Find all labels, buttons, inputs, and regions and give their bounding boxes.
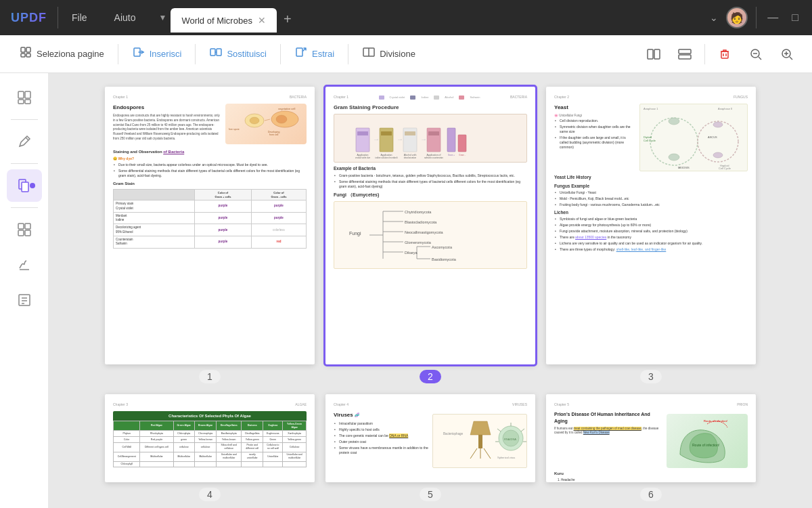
- menu-aiuto[interactable]: Aiuto: [101, 0, 150, 35]
- page-number-4[interactable]: 4: [199, 488, 221, 501]
- sidebar-item-organize[interactable]: [7, 213, 42, 246]
- menu-file[interactable]: File: [58, 0, 101, 35]
- svg-text:Anaphase II: Anaphase II: [718, 107, 732, 110]
- toggle-view-btn2[interactable]: [671, 43, 699, 66]
- add-tab-btn[interactable]: +: [277, 12, 298, 27]
- user-avatar[interactable]: 🧑: [726, 7, 748, 28]
- svg-rect-1: [26, 47, 30, 52]
- svg-rect-26: [18, 100, 24, 104]
- minimize-btn[interactable]: —: [765, 12, 781, 24]
- page-3[interactable]: Chapter 2FUNGUS Anaphase 1 Anaphase II: [546, 87, 756, 364]
- page-6-header: Chapter 5PRION: [554, 402, 748, 407]
- page-number-1[interactable]: 1: [199, 370, 221, 383]
- svg-text:Blastocladiomycota: Blastocladiomycota: [405, 220, 437, 224]
- page-wrapper-6: Chapter 5PRION Route of infection!: [546, 394, 756, 501]
- sidebar-item-pages-wrap: [7, 169, 42, 202]
- sidebar-item-thumbnails[interactable]: [7, 81, 42, 114]
- action-divider: [756, 7, 757, 28]
- svg-rect-2: [21, 54, 25, 57]
- page-2-header: Chapter 1 Crystal violet Iodine Alcohol …: [334, 95, 527, 100]
- svg-rect-69: [458, 135, 466, 152]
- svg-text:→: →: [420, 135, 427, 143]
- svg-rect-3: [26, 54, 30, 57]
- sidebar-item-pages[interactable]: [7, 169, 42, 202]
- page-wrapper-2: Chapter 1 Crystal violet Iodine Alcohol …: [325, 87, 535, 383]
- inserisci-btn[interactable]: Inserisci: [124, 41, 190, 66]
- estrai-label: Estrai: [312, 49, 334, 59]
- app-logo[interactable]: UPDF: [0, 0, 58, 35]
- divider-4: [348, 44, 348, 64]
- page-6[interactable]: Chapter 5PRION Route of infection!: [546, 394, 756, 482]
- svg-rect-10: [648, 49, 653, 59]
- divisione-label: Divisione: [380, 49, 415, 59]
- zoom-out-btn[interactable]: [742, 43, 770, 66]
- svg-rect-33: [18, 230, 24, 236]
- svg-text:safranin counterstain: safranin counterstain: [424, 156, 443, 158]
- sostituisci-btn[interactable]: Sostituisci: [201, 41, 275, 66]
- toolbar: Seleziona pagine Inserisci Sostituisci E…: [0, 35, 812, 73]
- page-5[interactable]: Chapter 4VIRUSES Bacteriopha: [325, 394, 535, 482]
- maximize-btn[interactable]: □: [789, 12, 801, 24]
- page-2[interactable]: Chapter 1 Crystal violet Iodine Alcohol …: [325, 87, 535, 364]
- seleziona-pagine-btn[interactable]: Seleziona pagine: [11, 41, 112, 66]
- svg-rect-24: [18, 91, 24, 98]
- svg-text:vegetative cell: vegetative cell: [278, 107, 295, 110]
- divider-5: [704, 44, 705, 64]
- tab-close-btn[interactable]: ✕: [258, 15, 266, 26]
- svg-rect-55: [381, 131, 392, 135]
- svg-text:Gram -: Gram -: [459, 154, 465, 156]
- svg-rect-12: [679, 49, 691, 54]
- svg-point-44: [250, 117, 259, 124]
- page-row-1: Chapter 1BACTERIA vegetative cell: [62, 87, 798, 383]
- page-3-content: Chapter 2FUNGUS Anaphase 1 Anaphase II: [546, 87, 756, 364]
- page-number-3[interactable]: 3: [640, 370, 662, 383]
- sidebar-item-sign[interactable]: [7, 249, 42, 281]
- page-wrapper-5: Chapter 4VIRUSES Bacteriopha: [325, 394, 535, 501]
- estrai-btn[interactable]: Estrai: [286, 41, 342, 66]
- divider-3: [280, 44, 281, 64]
- delete-btn[interactable]: [710, 43, 739, 66]
- svg-rect-65: [428, 131, 439, 135]
- sidebar-item-form[interactable]: [7, 284, 42, 316]
- top-bar: UPDF File Aiuto ▼ World of Microbes ✕ + …: [0, 0, 812, 35]
- page-number-6[interactable]: 6: [640, 488, 662, 501]
- svg-text:→: →: [373, 135, 380, 143]
- zoom-in-btn[interactable]: [773, 43, 801, 66]
- estrai-icon: [294, 45, 308, 62]
- svg-line-28: [26, 137, 28, 140]
- svg-rect-32: [25, 224, 30, 229]
- page-5-content: Chapter 4VIRUSES Bacteriopha: [325, 394, 535, 482]
- divisione-icon: [362, 45, 376, 62]
- sidebar-item-annotate[interactable]: [7, 125, 42, 158]
- svg-rect-68: [447, 128, 455, 152]
- divider-2: [195, 44, 196, 64]
- svg-rect-7: [296, 48, 302, 56]
- top-bar-actions: ⌄ 🧑 — □: [710, 7, 812, 28]
- active-tab[interactable]: World of Microbes ✕: [171, 8, 277, 33]
- svg-text:MEIOSIS: MEIOSIS: [678, 166, 690, 169]
- svg-rect-6: [217, 49, 221, 56]
- page-4[interactable]: Chapter 3ALGAE Characteristics Of Select…: [105, 394, 315, 482]
- toggle-view-btn1[interactable]: [639, 43, 668, 66]
- svg-text:Dikarya: Dikarya: [405, 251, 418, 255]
- svg-rect-0: [21, 47, 25, 52]
- divider-1: [118, 44, 118, 64]
- sidebar-sep-3: [11, 207, 38, 208]
- tab-dropdown-arrow[interactable]: ▼: [154, 13, 171, 22]
- inserisci-label: Inserisci: [150, 49, 182, 59]
- page-1[interactable]: Chapter 1BACTERIA vegetative cell: [105, 87, 315, 364]
- page-4-header: Chapter 3ALGAE: [113, 402, 307, 407]
- svg-text:Fungi: Fungi: [349, 231, 361, 236]
- page-wrapper-4: Chapter 3ALGAE Characteristics Of Select…: [105, 394, 315, 501]
- svg-text:Basidiomycota: Basidiomycota: [432, 257, 457, 261]
- content-area[interactable]: Chapter 1BACTERIA vegetative cell: [49, 73, 812, 508]
- chevron-icon[interactable]: ⌄: [710, 12, 718, 23]
- svg-text:→: →: [397, 135, 403, 143]
- page-number-5[interactable]: 5: [420, 488, 441, 501]
- page-1-content: Chapter 1BACTERIA vegetative cell: [105, 87, 315, 364]
- page-3-header: Chapter 2FUNGUS: [554, 95, 748, 100]
- page-number-2[interactable]: 2: [420, 370, 441, 383]
- seleziona-icon: [19, 45, 32, 62]
- divisione-btn[interactable]: Divisione: [354, 41, 424, 66]
- svg-rect-30: [22, 182, 28, 192]
